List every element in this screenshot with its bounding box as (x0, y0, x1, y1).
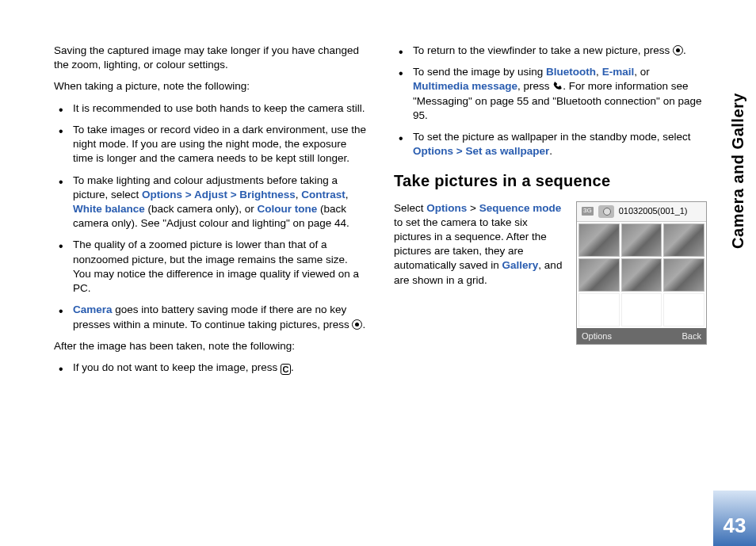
document-page: Saving the captured image may take longe… (0, 0, 756, 406)
thumbnail (621, 258, 662, 292)
clear-key-icon: C (281, 364, 291, 375)
softkey-right: Back (682, 330, 701, 342)
list-item: To return to the viewfinder to take a ne… (394, 44, 707, 58)
phone-softkeys: Options Back (577, 328, 706, 345)
paragraph: When taking a picture, note the followin… (54, 79, 367, 94)
link-bluetooth: Bluetooth (546, 66, 596, 78)
paragraph: Select Options > Sequence mode to set th… (394, 201, 567, 288)
paragraph: Saving the captured image may take longe… (54, 44, 367, 72)
thumbnail (578, 258, 620, 292)
thumbnail-empty (578, 293, 620, 326)
list-item: If you do not want to keep the image, pr… (54, 361, 367, 375)
thumbnail (663, 223, 704, 257)
camera-icon (598, 205, 614, 218)
list-item: To set the picture as wallpaper in the s… (394, 130, 707, 158)
ui-path-link: Contrast (301, 189, 346, 200)
left-column: Saving the captured image may take longe… (54, 44, 367, 382)
chapter-sidebar: Camera and Gallery (729, 32, 746, 309)
list-item: To send the image by using Bluetooth, E-… (394, 65, 707, 123)
call-key-icon (552, 81, 563, 91)
bullet-list: It is recommended to use both hands to k… (54, 101, 367, 332)
ui-path-link: Colour tone (258, 203, 318, 215)
link-mms: Multimedia message (413, 80, 517, 92)
filename-label: 01032005(001_1) (619, 205, 688, 217)
signal-3g-icon: 3G (582, 207, 594, 216)
ui-path-link: Options > Set as wallpaper (413, 145, 549, 157)
link-email: E-mail (602, 66, 635, 78)
thumbnail-empty (663, 293, 704, 326)
ui-path-link: Camera (73, 304, 113, 315)
ui-path-link: Sequence mode (479, 202, 562, 214)
bullet-list: If you do not want to keep the image, pr… (54, 361, 367, 375)
ui-path-link: Gallery (502, 259, 539, 271)
ui-path-link: Options > Adjust > Brightness (142, 189, 296, 200)
thumbnail-empty (621, 293, 662, 326)
chapter-title: Camera and Gallery (729, 93, 747, 249)
bullet-list: To return to the viewfinder to take a ne… (394, 44, 707, 159)
paragraph: After the image has been taken, note the… (54, 339, 367, 353)
select-button-icon (352, 319, 362, 330)
select-button-icon (673, 45, 683, 55)
phone-screenshot: 3G 01032005(001_1) Options (576, 201, 707, 346)
page-number: 43 (713, 491, 756, 546)
list-item: To make lighting and colour adjustments … (54, 174, 367, 231)
ui-path-link: White balance (73, 203, 145, 215)
phone-titlebar: 3G 01032005(001_1) (577, 202, 706, 222)
list-item: To take images or record video in a dark… (54, 123, 367, 166)
ui-path-link: Options (426, 202, 467, 214)
list-item: It is recommended to use both hands to k… (54, 101, 367, 116)
sequence-section: Select Options > Sequence mode to set th… (394, 201, 707, 346)
right-column: To return to the viewfinder to take a ne… (394, 44, 707, 382)
thumbnail (621, 223, 662, 257)
section-heading: Take pictures in a sequence (394, 170, 707, 192)
thumbnail-grid (577, 222, 706, 328)
softkey-left: Options (582, 330, 612, 342)
thumbnail (578, 223, 620, 257)
thumbnail (663, 258, 704, 292)
list-item: Camera goes into battery saving mode if … (54, 303, 367, 331)
list-item: The quality of a zoomed picture is lower… (54, 238, 367, 296)
